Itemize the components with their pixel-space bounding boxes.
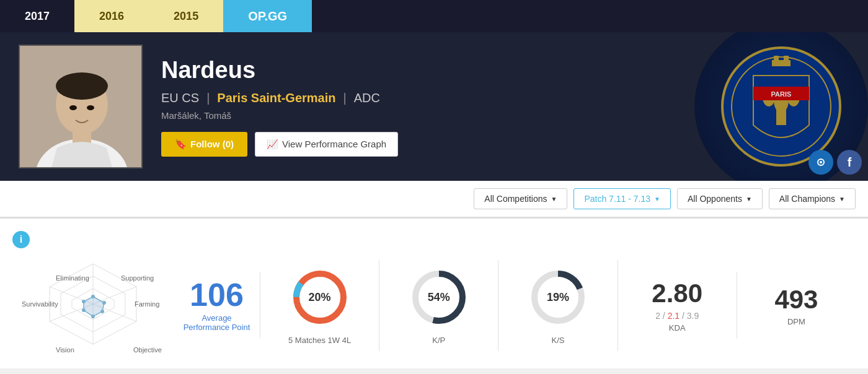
kp-label: K/P bbox=[432, 336, 445, 345]
social-icons: f bbox=[808, 150, 862, 175]
svg-rect-10 bbox=[774, 56, 779, 62]
player-team: Paris Saint-Germain bbox=[217, 91, 335, 105]
performance-point: 106 Average Performance Point bbox=[174, 272, 260, 338]
top-navigation: 2017 2016 2015 OP.GG bbox=[0, 0, 868, 32]
player-region: EU CS bbox=[161, 91, 199, 105]
ks-donut: 19% bbox=[527, 266, 589, 328]
svg-point-31 bbox=[82, 308, 86, 312]
supporting-label: Supporting bbox=[121, 274, 154, 282]
svg-point-27 bbox=[91, 295, 95, 298]
tab-2017[interactable]: 2017 bbox=[0, 0, 74, 32]
player-role: ADC bbox=[354, 91, 380, 105]
objective-label: Objective bbox=[133, 346, 162, 354]
ks-value: 19% bbox=[547, 290, 569, 303]
kda-deaths: 2.1 bbox=[668, 311, 680, 321]
kp-value: 54% bbox=[428, 290, 450, 303]
vision-label: Vision bbox=[56, 346, 74, 354]
opgg-social-icon[interactable] bbox=[808, 150, 833, 175]
radar-chart: Eliminating Supporting Survivability Far… bbox=[12, 254, 174, 356]
svg-point-32 bbox=[82, 300, 86, 303]
kda-value: 2.80 bbox=[631, 279, 724, 308]
chevron-down-icon: ▼ bbox=[551, 196, 557, 202]
chevron-down-icon: ▼ bbox=[839, 196, 845, 202]
chevron-down-icon: ▼ bbox=[746, 196, 752, 202]
svg-point-28 bbox=[102, 301, 106, 305]
survivability-label: Survivability bbox=[22, 300, 58, 308]
farming-label: Farming bbox=[135, 300, 159, 308]
champions-filter[interactable]: All Champions ▼ bbox=[769, 188, 856, 209]
winrate-value: 20% bbox=[309, 290, 331, 303]
svg-point-19 bbox=[820, 161, 822, 163]
bookmark-icon: 🔖 bbox=[175, 139, 187, 150]
stats-section: i bbox=[0, 218, 868, 368]
svg-marker-26 bbox=[84, 297, 104, 316]
dpm-stat: 493 DPM bbox=[737, 279, 856, 333]
chart-icon: 📈 bbox=[267, 139, 278, 150]
ks-stat: 19% K/S bbox=[498, 260, 618, 351]
kp-donut: 54% bbox=[408, 266, 470, 328]
view-graph-button[interactable]: 📈 View Performance Graph bbox=[255, 132, 398, 157]
patch-filter[interactable]: Patch 7.11 - 7.13 ▼ bbox=[574, 188, 671, 209]
kda-stat: 2.80 2 / 2.1 / 3.9 KDA bbox=[618, 272, 737, 339]
stats-grid: Eliminating Supporting Survivability Far… bbox=[12, 254, 856, 356]
dpm-label: DPM bbox=[750, 317, 843, 326]
kp-stat: 54% K/P bbox=[379, 260, 498, 351]
competitions-filter[interactable]: All Competitions ▼ bbox=[474, 188, 567, 209]
svg-text:PARIS: PARIS bbox=[771, 90, 792, 98]
performance-label: Average Performance Point bbox=[180, 313, 254, 332]
kda-label: KDA bbox=[631, 323, 724, 333]
info-icon: i bbox=[12, 231, 30, 248]
svg-point-30 bbox=[91, 315, 95, 318]
svg-point-5 bbox=[69, 105, 77, 110]
dpm-value: 493 bbox=[750, 285, 843, 315]
tab-2015[interactable]: 2015 bbox=[149, 0, 223, 32]
svg-point-3 bbox=[56, 72, 108, 100]
follow-button[interactable]: 🔖 Follow (0) bbox=[161, 132, 247, 157]
matches-label: 5 Matches 1W 4L bbox=[288, 336, 351, 345]
performance-number: 106 bbox=[180, 279, 254, 311]
profile-header: Nardeus EU CS | Paris Saint-Germain | AD… bbox=[0, 32, 868, 181]
opponents-filter[interactable]: All Opponents ▼ bbox=[677, 188, 763, 209]
ks-label: K/S bbox=[552, 336, 565, 345]
svg-point-6 bbox=[87, 105, 94, 110]
eliminating-label: Eliminating bbox=[56, 274, 89, 282]
svg-point-29 bbox=[100, 310, 104, 313]
tab-opgg[interactable]: OP.GG bbox=[223, 0, 312, 32]
kda-breakdown: 2 / 2.1 / 3.9 bbox=[631, 311, 724, 321]
winrate-stat: 20% 5 Matches 1W 4L bbox=[260, 260, 379, 351]
winrate-donut: 20% bbox=[289, 266, 351, 328]
facebook-social-icon[interactable]: f bbox=[837, 150, 862, 175]
svg-rect-11 bbox=[784, 56, 789, 62]
filters-bar: All Competitions ▼ Patch 7.11 - 7.13 ▼ A… bbox=[0, 181, 868, 218]
player-photo bbox=[19, 45, 143, 168]
tab-2016[interactable]: 2016 bbox=[74, 0, 149, 32]
svg-rect-15 bbox=[776, 110, 786, 125]
chevron-down-icon: ▼ bbox=[654, 196, 660, 202]
